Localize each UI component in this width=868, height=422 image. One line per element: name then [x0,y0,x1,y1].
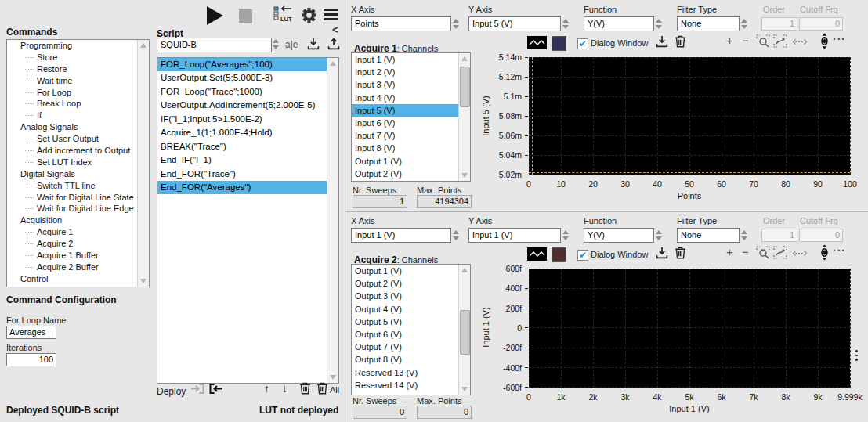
channel-item[interactable]: Output 2 (V) [352,168,470,180]
channel-item[interactable]: Output 8 (V) [352,353,470,366]
zoom-in-icon[interactable]: + [726,245,733,258]
command-tree-item[interactable]: Set User Output [7,133,149,145]
collapse-panel-icon[interactable]: < [332,23,338,36]
series-color-swatch[interactable] [552,247,566,262]
acquire2-channels-scrollbar[interactable] [458,265,470,395]
scroll-up-icon[interactable] [461,56,468,61]
channel-item[interactable]: Output 5 (V) [352,316,470,328]
move-line-up-icon[interactable]: ↑ [264,382,269,395]
x-axis-spinner[interactable] [451,16,461,31]
lut-icon[interactable]: LUT [273,5,293,26]
script-line[interactable]: FOR_Loop("Trace";1000) [157,85,338,99]
more-options-icon[interactable]: ··· [833,244,846,257]
for-loop-name-field[interactable]: Averages [6,326,56,339]
script-line[interactable]: IF("I_1;Input 5>1.500E-2) [157,113,338,126]
command-tree-item[interactable]: Switch TTL line [7,180,149,192]
filter-type-combo[interactable]: None [677,16,740,31]
script-name-combo[interactable]: SQUID-B [157,38,272,52]
channel-item[interactable]: Input 1 (V) [352,53,470,66]
run-script-button[interactable] [207,6,223,25]
command-tree-item[interactable]: Acquire 2 [7,238,149,250]
deploy-script-icon[interactable] [190,383,204,395]
free-zoom-icon[interactable] [773,34,787,48]
script-line[interactable]: UserOutput.AddIncrement(5;2.000E-5) [157,99,338,112]
command-tree-item[interactable]: Analog Signals [7,121,149,133]
scroll-up-icon[interactable] [461,268,468,272]
rename-script-icon[interactable]: a|e [285,39,298,50]
horizontal-autoscale-icon[interactable] [792,38,808,45]
free-zoom-icon[interactable] [773,246,787,259]
horizontal-autoscale-icon[interactable] [792,250,808,257]
zoom-to-selection-icon[interactable] [756,246,770,259]
cutoff-frq-field[interactable]: 0 [799,229,843,242]
command-tree-item[interactable]: Restore [7,63,149,75]
channel-item[interactable]: Input 4 (V) [352,92,470,104]
script-listbox[interactable]: FOR_Loop("Averages";100)UserOutput.Set(5… [157,57,339,384]
x-axis-spinner[interactable] [451,228,461,243]
clear-plot-icon[interactable] [675,247,686,259]
script-scrollbar[interactable] [327,58,338,383]
command-tree-item[interactable]: Acquisition [7,215,149,226]
filter-type-spinner[interactable] [740,16,749,31]
dialog-window-checkbox[interactable]: ✔ [577,250,588,261]
commands-tree[interactable]: ProgrammingStoreRestoreWait timeFor Loop… [6,39,150,287]
more-options-icon[interactable]: ··· [833,33,846,45]
scroll-down-icon[interactable] [330,375,336,380]
cutoff-frq-field[interactable]: 0 [799,17,843,31]
channel-item[interactable]: Output 2 (V) [352,277,470,290]
export-data-icon[interactable] [656,247,668,259]
script-line[interactable]: FOR_Loop("Averages";100) [157,58,338,71]
scroll-down-icon[interactable] [461,173,468,178]
command-tree-item[interactable]: Acquire 1 [7,226,149,238]
script-line[interactable]: End_FOR("Trace") [157,168,338,181]
scroll-down-icon[interactable] [461,387,468,391]
function-combo[interactable]: Y(V) [584,228,654,243]
filter-type-combo[interactable]: None [677,228,740,243]
command-tree-item[interactable]: Programming [7,40,149,52]
export-data-icon[interactable] [656,35,668,48]
acquire2-channels-listbox[interactable]: Output 1 (V)Output 2 (V)Output 3 (V)Outp… [351,264,471,395]
command-tree-item[interactable]: Add increment to Output [7,145,149,157]
plot1-cursor-vertical[interactable] [532,57,533,175]
filter-type-spinner[interactable] [740,228,749,243]
command-tree-item[interactable]: Break Loop [7,98,149,110]
settings-gear-icon[interactable] [301,7,317,23]
scroll-up-icon[interactable] [330,61,336,66]
x-axis-combo[interactable]: Points [351,16,451,31]
channel-item[interactable]: Output 1 (V) [352,265,470,277]
function-combo[interactable]: Y(V) [584,16,654,31]
script-name-spinner[interactable] [271,37,280,52]
vertical-scale-lock-icon[interactable] [820,244,829,261]
channel-item[interactable]: Reserved 15 (V) [352,391,470,395]
order-field[interactable]: 1 [761,17,797,31]
channel-item[interactable]: Output 1 (V) [352,155,470,168]
script-line[interactable]: UserOutput.Set(5;5.000E-3) [157,71,338,85]
upload-script-icon[interactable] [327,38,340,50]
script-line[interactable]: Acquire_1(1;1.000E-4;Hold) [157,126,338,139]
channel-item[interactable]: Output 6 (V) [352,328,470,341]
stop-script-button[interactable] [239,9,252,23]
plot1-cursor-horizontal[interactable] [529,172,850,173]
command-tree-item[interactable]: Wait for Digital Line Edge [7,203,149,215]
command-tree-item[interactable]: Acquire 2 Buffer [7,261,149,273]
channel-item[interactable]: Input 3 (V) [352,78,470,91]
order-field[interactable]: 1 [761,229,797,242]
channel-item[interactable]: Input 6 (V) [352,117,470,129]
scroll-up-icon[interactable] [140,43,146,48]
command-tree-item[interactable]: Wait for Digital Line State [7,192,149,204]
channel-item[interactable]: Output 7 (V) [352,341,470,353]
channel-item[interactable]: Input 8 (V) [352,142,470,154]
command-tree-item[interactable]: Control [7,273,149,285]
commands-scrollbar[interactable] [137,40,149,287]
channel-item[interactable]: Output 4 (V) [352,303,470,316]
scroll-down-icon[interactable] [140,279,146,283]
scrollbar-thumb[interactable] [460,67,470,107]
channel-item[interactable]: Input 5 (V) [352,104,470,117]
command-tree-item[interactable]: Store [7,52,149,63]
command-tree-item[interactable]: Wait time [7,75,149,87]
y-axis-spinner[interactable] [561,228,570,243]
command-tree-item[interactable]: For Loop [7,87,149,99]
channel-item[interactable]: Input 7 (V) [352,129,470,142]
y-axis-combo[interactable]: Input 1 (V) [468,228,561,243]
line-style-icon[interactable] [527,247,547,261]
